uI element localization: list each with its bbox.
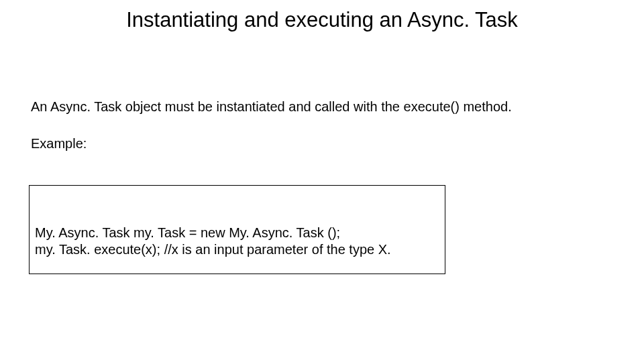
slide-title: Instantiating and executing an Async. Ta… (0, 0, 644, 32)
code-line-1: My. Async. Task my. Task = new My. Async… (35, 225, 445, 241)
intro-text: An Async. Task object must be instantiat… (0, 32, 644, 115)
example-label: Example: (0, 115, 644, 152)
code-box: My. Async. Task my. Task = new My. Async… (29, 185, 445, 274)
code-line-2: my. Task. execute(x); //x is an input pa… (35, 241, 445, 258)
slide: Instantiating and executing an Async. Ta… (0, 0, 644, 362)
